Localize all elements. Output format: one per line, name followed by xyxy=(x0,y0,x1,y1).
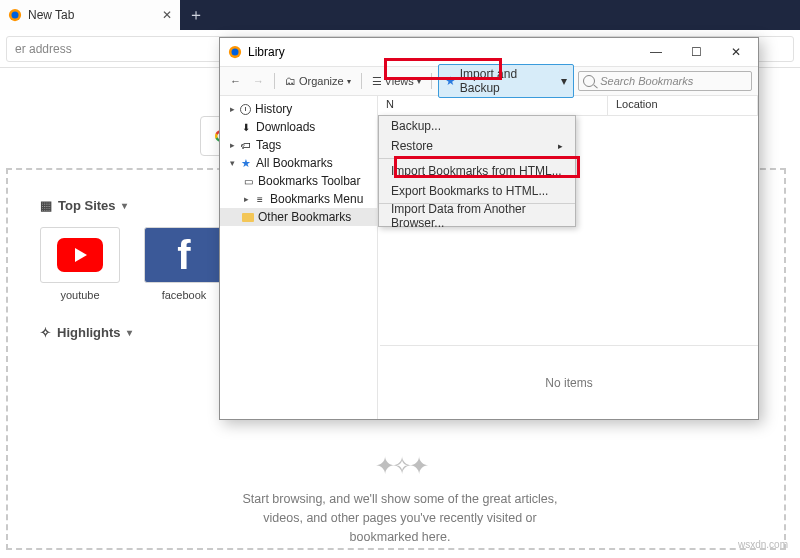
organize-icon: 🗂 xyxy=(285,75,296,87)
facebook-icon: f xyxy=(177,235,190,275)
list-area: Backup... Restore▸ Import Bookmarks from… xyxy=(378,116,758,345)
views-icon: ☰ xyxy=(372,75,382,88)
browser-tab[interactable]: New Tab ✕ xyxy=(0,0,180,30)
tree-downloads[interactable]: ⬇Downloads xyxy=(220,118,377,136)
chevron-down-icon: ▾ xyxy=(122,200,127,211)
tree-all-bookmarks[interactable]: ▾★All Bookmarks xyxy=(220,154,377,172)
menu-icon: ≡ xyxy=(254,193,266,205)
folder-icon xyxy=(242,213,254,222)
close-button[interactable]: ✕ xyxy=(722,42,750,62)
empty-line: bookmarked here. xyxy=(0,528,800,547)
new-tab-button[interactable]: ＋ xyxy=(180,0,212,30)
caret-down-icon: ▾ xyxy=(347,77,351,86)
chevron-down-icon: ▾ xyxy=(127,327,132,338)
search-icon xyxy=(583,75,595,87)
library-title: Library xyxy=(248,45,285,59)
minimize-button[interactable]: — xyxy=(642,42,670,62)
watermark: wsxdn.com xyxy=(738,539,788,550)
window-buttons: — ☐ ✕ xyxy=(642,42,750,62)
tile-label: facebook xyxy=(144,289,224,301)
tree-label: All Bookmarks xyxy=(256,156,333,170)
tile-thumb: f xyxy=(144,227,224,283)
organize-button[interactable]: 🗂 Organize ▾ xyxy=(281,71,355,91)
tree-label: Other Bookmarks xyxy=(258,210,351,224)
library-body: ▸History ⬇Downloads ▸🏷Tags ▾★All Bookmar… xyxy=(220,96,758,419)
caret-down-icon: ▾ xyxy=(561,74,567,88)
separator xyxy=(431,73,432,89)
twisty-icon: ▸ xyxy=(228,104,236,114)
star-icon: ★ xyxy=(445,74,456,88)
forward-button[interactable]: → xyxy=(249,71,268,91)
no-items-label: No items xyxy=(545,376,592,390)
library-right-pane: N Location Backup... Restore▸ Import Boo… xyxy=(378,96,758,419)
tree-label: Bookmarks Menu xyxy=(270,192,363,206)
tag-icon: 🏷 xyxy=(240,139,252,151)
dd-label: Backup... xyxy=(391,119,441,133)
back-button[interactable]: ← xyxy=(226,71,245,91)
grid-icon: ▦ xyxy=(40,198,52,213)
dd-label: Import Bookmarks from HTML... xyxy=(391,164,562,178)
tile-youtube[interactable]: youtube xyxy=(40,227,120,301)
search-placeholder: Search Bookmarks xyxy=(600,75,693,87)
empty-line: Start browsing, and we'll show some of t… xyxy=(0,490,800,509)
twisty-open-icon: ▾ xyxy=(228,158,236,168)
column-headers: N Location xyxy=(378,96,758,116)
views-button[interactable]: ☰ Views ▾ xyxy=(368,71,425,91)
twisty-icon: ▸ xyxy=(228,140,236,150)
bookmark-icon: ★ xyxy=(240,157,252,169)
separator xyxy=(379,158,575,159)
empty-state: ✦✧✦ Start browsing, and we'll show some … xyxy=(0,452,800,546)
tree-label: Bookmarks Toolbar xyxy=(258,174,361,188)
separator xyxy=(274,73,275,89)
caret-down-icon: ▾ xyxy=(417,77,421,86)
tile-label: youtube xyxy=(40,289,120,301)
col-name[interactable]: N xyxy=(378,96,608,115)
library-titlebar[interactable]: Library — ☐ ✕ xyxy=(220,38,758,66)
dd-import-browser[interactable]: Import Data from Another Browser... xyxy=(379,206,575,226)
dd-import-html[interactable]: Import Bookmarks from HTML... xyxy=(379,161,575,181)
dd-backup[interactable]: Backup... xyxy=(379,116,575,136)
tree-label: Downloads xyxy=(256,120,315,134)
highlights-label: Highlights xyxy=(57,325,121,340)
sparkle-icon: ✦✧✦ xyxy=(0,452,800,480)
separator xyxy=(361,73,362,89)
tab-strip: New Tab ✕ ＋ xyxy=(0,0,800,30)
highlights-icon: ✧ xyxy=(40,325,51,340)
dd-export-html[interactable]: Export Bookmarks to HTML... xyxy=(379,181,575,201)
clock-icon xyxy=(240,104,251,115)
top-sites-label: Top Sites xyxy=(58,198,116,213)
address-placeholder: er address xyxy=(15,42,72,56)
firefox-icon xyxy=(228,45,242,59)
tree-bm-toolbar[interactable]: ▭Bookmarks Toolbar xyxy=(220,172,377,190)
dd-label: Restore xyxy=(391,139,433,153)
dd-restore[interactable]: Restore▸ xyxy=(379,136,575,156)
twisty-icon: ▸ xyxy=(242,194,250,204)
tile-facebook[interactable]: f facebook xyxy=(144,227,224,301)
details-pane: No items xyxy=(380,345,758,419)
maximize-button[interactable]: ☐ xyxy=(682,42,710,62)
col-location[interactable]: Location xyxy=(608,96,758,115)
tree-label: History xyxy=(255,102,292,116)
close-tab-icon[interactable]: ✕ xyxy=(162,8,172,22)
tree-other-bookmarks[interactable]: Other Bookmarks xyxy=(220,208,377,226)
views-label: Views xyxy=(385,75,414,87)
download-icon: ⬇ xyxy=(240,121,252,133)
organize-label: Organize xyxy=(299,75,344,87)
submenu-arrow-icon: ▸ xyxy=(558,141,563,151)
toolbar-icon: ▭ xyxy=(242,175,254,187)
tab-label: New Tab xyxy=(28,8,74,22)
tree-bm-menu[interactable]: ▸≡Bookmarks Menu xyxy=(220,190,377,208)
svg-point-3 xyxy=(232,49,239,56)
library-window: Library — ☐ ✕ ← → 🗂 Organize ▾ ☰ Views ▾… xyxy=(219,37,759,420)
library-search-input[interactable]: Search Bookmarks xyxy=(578,71,752,91)
firefox-icon xyxy=(8,8,22,22)
svg-point-1 xyxy=(12,12,19,19)
import-backup-label: Import and Backup xyxy=(460,67,558,95)
dd-label: Export Bookmarks to HTML... xyxy=(391,184,548,198)
tree-tags[interactable]: ▸🏷Tags xyxy=(220,136,377,154)
tree-label: Tags xyxy=(256,138,281,152)
import-backup-dropdown: Backup... Restore▸ Import Bookmarks from… xyxy=(378,115,576,227)
tile-thumb xyxy=(40,227,120,283)
tree-history[interactable]: ▸History xyxy=(220,100,377,118)
import-backup-button[interactable]: ★ Import and Backup ▾ xyxy=(438,64,575,98)
